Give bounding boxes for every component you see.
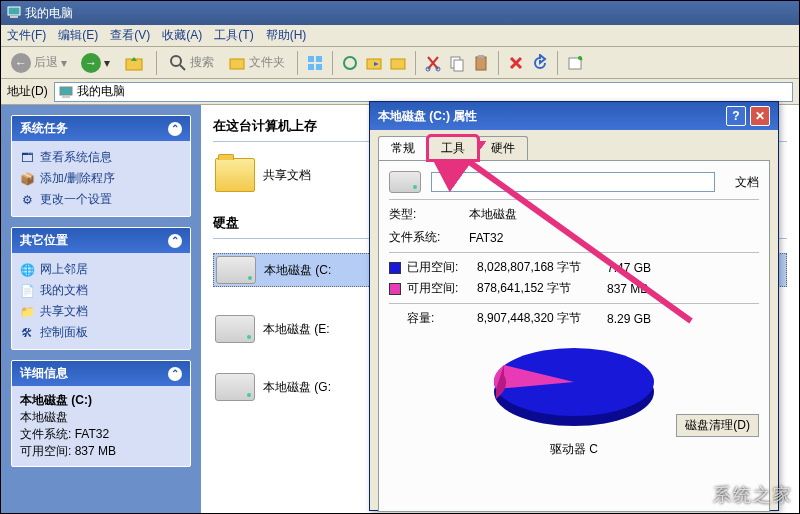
panel-title: 其它位置: [20, 232, 68, 249]
drive-icon: [215, 373, 255, 401]
collapse-icon[interactable]: ⌃: [168, 367, 182, 381]
menu-view[interactable]: 查看(V): [110, 27, 150, 44]
used-label: 已用空间:: [407, 259, 477, 276]
fs-label: 文件系统:: [389, 229, 459, 246]
svg-line-4: [180, 65, 185, 70]
panel-details: 详细信息⌃ 本地磁盘 (C:) 本地磁盘 文件系统: FAT32 可用空间: 8…: [11, 360, 191, 467]
cut-icon[interactable]: [424, 54, 442, 72]
back-button: ← 后退 ▾: [7, 51, 71, 75]
window-title: 我的电脑: [25, 5, 73, 22]
menu-bar: 文件(F) 编辑(E) 查看(V) 收藏(A) 工具(T) 帮助(H): [1, 25, 799, 47]
details-type: 本地磁盘: [20, 409, 182, 426]
address-value: 我的电脑: [77, 83, 125, 100]
toolbar: ← 后退 ▾ → ▾ 搜索 文件夹: [1, 47, 799, 79]
copy-icon[interactable]: [448, 54, 466, 72]
help-button[interactable]: ?: [726, 106, 746, 126]
place-control-panel[interactable]: 🛠控制面板: [20, 322, 182, 343]
properties-icon[interactable]: [566, 54, 584, 72]
address-label: 地址(D): [7, 83, 48, 100]
task-change-setting[interactable]: ⚙更改一个设置: [20, 189, 182, 210]
disk-cleanup-button[interactable]: 磁盘清理(D): [676, 414, 759, 437]
search-button[interactable]: 搜索: [165, 52, 218, 74]
place-shared-documents[interactable]: 📁共享文档: [20, 301, 182, 322]
place-network[interactable]: 🌐网上邻居: [20, 259, 182, 280]
delete-icon[interactable]: [507, 54, 525, 72]
control-panel-icon: 🛠: [20, 326, 34, 340]
svg-rect-18: [478, 55, 484, 58]
task-add-remove-programs[interactable]: 📦添加/删除程序: [20, 168, 182, 189]
capacity-bytes: 8,907,448,320 字节: [477, 310, 607, 327]
separator: [498, 51, 499, 75]
svg-rect-5: [230, 59, 244, 69]
svg-point-20: [578, 56, 582, 60]
details-free: 可用空间: 837 MB: [20, 443, 182, 460]
svg-rect-6: [308, 56, 314, 62]
tabs: 常规 工具 硬件: [370, 130, 778, 160]
menu-edit[interactable]: 编辑(E): [58, 27, 98, 44]
separator: [415, 51, 416, 75]
programs-icon: 📦: [20, 172, 34, 186]
tab-general[interactable]: 常规: [378, 136, 428, 160]
used-bytes: 8,028,807,168 字节: [477, 259, 607, 276]
svg-rect-16: [454, 60, 463, 71]
dialog-titlebar[interactable]: 本地磁盘 (C:) 属性 ? ✕: [370, 102, 778, 130]
details-fs: 文件系统: FAT32: [20, 426, 182, 443]
collapse-icon[interactable]: ⌃: [168, 122, 182, 136]
separator: [557, 51, 558, 75]
svg-rect-12: [391, 59, 405, 69]
settings-icon: ⚙: [20, 193, 34, 207]
sidebar: 系统任务⌃ 🗔查看系统信息 📦添加/删除程序 ⚙更改一个设置 其它位置⌃ 🌐网上…: [1, 105, 201, 513]
volume-label-input[interactable]: [431, 172, 715, 192]
free-bytes: 878,641,152 字节: [477, 280, 607, 297]
task-view-system-info[interactable]: 🗔查看系统信息: [20, 147, 182, 168]
menu-help[interactable]: 帮助(H): [266, 27, 307, 44]
svg-point-3: [171, 56, 181, 66]
folder-copy-icon[interactable]: [389, 54, 407, 72]
used-human: 7.47 GB: [607, 261, 667, 275]
type-value: 本地磁盘: [469, 206, 517, 223]
close-button[interactable]: ✕: [750, 106, 770, 126]
folders-icon: [228, 54, 246, 72]
type-label: 类型:: [389, 206, 459, 223]
folder-icon: [215, 158, 255, 192]
details-name: 本地磁盘 (C:): [20, 392, 182, 409]
paste-icon[interactable]: [472, 54, 490, 72]
computer-icon: [59, 85, 73, 99]
svg-point-10: [344, 57, 356, 69]
forward-arrow-icon: →: [81, 53, 101, 73]
free-human: 837 MB: [607, 282, 667, 296]
separator: [297, 51, 298, 75]
separator: [156, 51, 157, 75]
svg-rect-7: [316, 56, 322, 62]
svg-rect-21: [60, 87, 72, 95]
tab-body-general: 文档 类型:本地磁盘 文件系统:FAT32 已用空间: 8,028,807,16…: [378, 160, 770, 512]
free-label: 可用空间:: [407, 280, 477, 297]
info-icon: 🗔: [20, 151, 34, 165]
properties-dialog: 本地磁盘 (C:) 属性 ? ✕ 常规 工具 硬件 文档 类型:本地磁盘 文件系…: [369, 101, 779, 511]
svg-rect-0: [8, 7, 20, 15]
folder-move-icon[interactable]: [365, 54, 383, 72]
undo-icon[interactable]: [531, 54, 549, 72]
forward-button[interactable]: → ▾: [77, 51, 114, 75]
sync-icon[interactable]: [341, 54, 359, 72]
views-icon[interactable]: [306, 54, 324, 72]
place-my-documents[interactable]: 📄我的文档: [20, 280, 182, 301]
panel-system-tasks: 系统任务⌃ 🗔查看系统信息 📦添加/删除程序 ⚙更改一个设置: [11, 115, 191, 217]
menu-tools[interactable]: 工具(T): [214, 27, 253, 44]
tab-hardware[interactable]: 硬件: [478, 136, 528, 160]
docs-suffix: 文档: [735, 174, 759, 191]
usage-pie-chart: [479, 337, 669, 437]
separator: [332, 51, 333, 75]
menu-favorites[interactable]: 收藏(A): [162, 27, 202, 44]
tab-tools[interactable]: 工具: [428, 136, 478, 160]
up-button[interactable]: [120, 51, 148, 75]
computer-icon: [7, 5, 21, 22]
window-titlebar: 我的电脑: [1, 1, 799, 25]
folders-button[interactable]: 文件夹: [224, 52, 289, 74]
address-field[interactable]: 我的电脑: [54, 82, 793, 102]
watermark: 系统之家: [713, 483, 793, 507]
documents-icon: 📄: [20, 284, 34, 298]
menu-file[interactable]: 文件(F): [7, 27, 46, 44]
back-arrow-icon: ←: [11, 53, 31, 73]
collapse-icon[interactable]: ⌃: [168, 234, 182, 248]
